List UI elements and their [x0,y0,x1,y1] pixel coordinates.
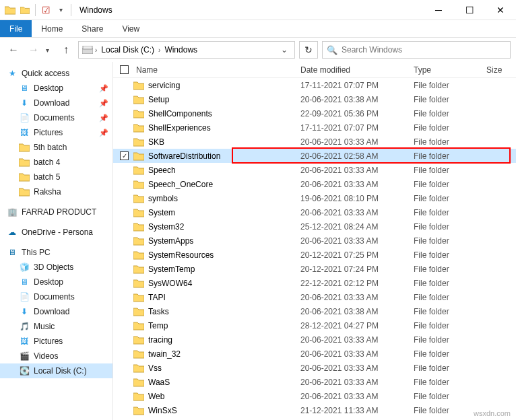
ribbon-tab-share[interactable]: Share [72,20,112,37]
sidebar-item[interactable]: ⬇Download [0,304,112,319]
file-date: 17-11-2021 07:07 PM [300,123,414,133]
navbar: ← → ▾ ↑ › Local Disk (C:) › Windows ⌄ ↻ … [0,38,516,62]
maximize-button[interactable]: ☐ [454,0,485,20]
sidebar-onedrive[interactable]: ☁ OneDrive - Persona [0,225,112,240]
column-name[interactable]: Name [133,65,300,75]
history-dropdown[interactable]: ▾ [46,46,54,54]
qat-open-icon[interactable] [19,4,31,16]
breadcrumb-segment[interactable]: Local Disk (C:) [98,45,157,55]
sidebar-farrad[interactable]: 🏢 FARRAD PRODUCT [0,205,112,219]
sidebar-item[interactable]: 🖥Desktop [0,275,112,289]
table-row[interactable]: Vss20-06-2021 03:33 AMFile folder [113,361,516,375]
table-row[interactable]: ShellComponents22-09-2021 05:36 PMFile f… [113,106,516,120]
table-row[interactable]: tracing20-06-2021 03:33 AMFile folder [113,332,516,347]
table-row[interactable]: System3225-12-2021 08:24 AMFile folder [113,219,516,234]
address-bar[interactable]: › Local Disk (C:) › Windows ⌄ [78,41,295,59]
star-icon: ★ [7,68,18,79]
file-type: File folder [414,265,486,274]
sidebar-item[interactable]: 🎬Videos [0,349,112,363]
sidebar-item[interactable]: 📄Documents📌 [0,110,112,125]
select-all-checkbox[interactable] [120,65,129,74]
refresh-button[interactable]: ↻ [299,41,318,59]
table-row[interactable]: twain_3220-06-2021 03:33 AMFile folder [113,347,516,361]
file-name: WaaS [148,378,170,387]
column-size[interactable]: Size [486,65,516,75]
breadcrumb-segment[interactable]: Windows [162,45,200,55]
row-checkbox[interactable]: ✓ [120,151,129,160]
sidebar-item[interactable]: 5th batch [0,140,112,155]
sidebar-item[interactable]: batch 5 [0,170,112,184]
file-date: 20-06-2021 03:33 AM [300,166,414,175]
search-input[interactable]: 🔍 Search Windows [322,41,511,59]
sidebar-item[interactable]: 💽Local Disk (C:) [0,363,112,378]
sidebar-item[interactable]: 🧊3D Objects [0,260,112,275]
file-name: symbols [148,194,178,203]
up-button[interactable]: ↑ [58,42,74,58]
file-type: File folder [414,123,486,133]
chevron-right-icon[interactable]: › [95,46,97,54]
file-name: SystemApps [148,236,193,246]
table-row[interactable]: servicing17-11-2021 07:07 PMFile folder [113,78,516,92]
sidebar-item[interactable]: 🎵Music [0,319,112,334]
table-row[interactable]: SystemTemp20-12-2021 07:24 PMFile folder [113,262,516,276]
table-row[interactable]: Speech20-06-2021 03:33 AMFile folder [113,163,516,177]
file-name: Speech_OneCore [148,180,213,189]
close-button[interactable]: ✕ [485,0,516,20]
item-icon: 🖼 [19,336,30,347]
folder-icon [133,279,144,288]
sidebar-item[interactable]: 🖼Pictures [0,334,112,349]
sidebar-item[interactable]: 🖥Desktop📌 [0,81,112,96]
file-type: File folder [414,194,486,203]
item-icon: 🎬 [19,351,30,361]
address-dropdown-icon[interactable]: ⌄ [277,45,292,55]
file-type: File folder [414,137,486,147]
file-name: SystemResources [148,250,214,260]
table-row[interactable]: Tasks20-06-2021 03:38 AMFile folder [113,304,516,318]
sidebar-quick-access[interactable]: ★ Quick access [0,66,112,81]
file-date: 17-11-2021 07:07 PM [300,81,414,90]
file-name: Speech [148,166,176,175]
table-row[interactable]: WaaS20-06-2021 03:33 AMFile folder [113,375,516,389]
table-row[interactable]: ✓SoftwareDistribution20-06-2021 02:58 AM… [113,149,516,163]
sidebar-item[interactable]: 📄Documents [0,289,112,304]
table-row[interactable]: SystemResources20-12-2021 07:25 PMFile f… [113,248,516,262]
table-row[interactable]: Temp28-12-2021 04:27 PMFile folder [113,318,516,332]
table-row[interactable]: WinSxS21-12-2021 11:33 AMFile folder [113,403,516,417]
sidebar: ★ Quick access 🖥Desktop📌⬇Download📌📄Docum… [0,62,113,420]
file-date: 20-06-2021 03:33 AM [300,378,414,387]
folder-icon [133,293,144,302]
chevron-right-icon[interactable]: › [158,46,160,54]
ribbon-file-tab[interactable]: File [0,20,32,37]
item-icon: 🎵 [19,321,30,332]
column-date[interactable]: Date modified [300,65,414,75]
sidebar-item[interactable]: 🖼Pictures📌 [0,125,112,140]
table-row[interactable]: TAPI20-06-2021 03:33 AMFile folder [113,290,516,304]
building-icon: 🏢 [7,207,18,217]
item-icon: 🖥 [19,83,30,94]
table-row[interactable]: SystemApps20-06-2021 03:33 AMFile folder [113,234,516,248]
table-row[interactable]: Speech_OneCore20-06-2021 03:33 AMFile fo… [113,177,516,191]
table-row[interactable]: System20-06-2021 03:33 AMFile folder [113,205,516,219]
table-row[interactable]: SysWOW6422-12-2021 02:12 PMFile folder [113,276,516,290]
table-row[interactable]: Web20-06-2021 03:33 AMFile folder [113,389,516,403]
sidebar-item[interactable]: batch 4 [0,155,112,170]
file-name: WinSxS [148,406,177,415]
qat-dropdown-icon[interactable]: ▾ [55,4,67,16]
sidebar-this-pc[interactable]: 🖥 This PC [0,245,112,260]
table-row[interactable]: SKB20-06-2021 03:33 AMFile folder [113,135,516,149]
ribbon-tab-home[interactable]: Home [32,20,72,37]
ribbon-tab-view[interactable]: View [112,20,149,37]
file-name: twain_32 [148,349,181,359]
sidebar-item[interactable]: Raksha [0,184,112,199]
table-row[interactable]: ShellExperiences17-11-2021 07:07 PMFile … [113,120,516,135]
table-row[interactable]: Setup20-06-2021 03:38 AMFile folder [113,92,516,106]
table-row[interactable]: symbols19-06-2021 08:10 PMFile folder [113,191,516,205]
column-type[interactable]: Type [414,65,486,75]
sidebar-item[interactable]: ⬇Download📌 [0,96,112,110]
back-button[interactable]: ← [5,42,22,58]
qat-check-icon[interactable]: ☑ [40,4,52,16]
titlebar: ☑ ▾ Windows ─ ☐ ✕ [0,0,516,20]
forward-button[interactable]: → [26,42,42,58]
minimize-button[interactable]: ─ [423,0,454,20]
file-name: System32 [148,222,184,232]
